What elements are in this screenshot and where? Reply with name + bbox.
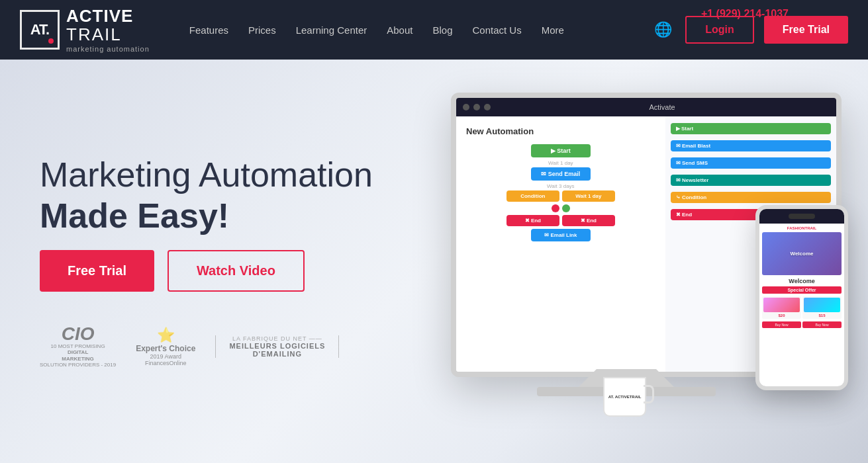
globe-icon[interactable]: 🌐 — [654, 21, 672, 38]
brand-active: ACTIVE — [66, 7, 150, 24]
cio-text: CIO — [62, 325, 95, 343]
logo-letters: AT. — [30, 21, 49, 38]
phone-offer: Special Offer — [762, 286, 842, 294]
monitor-btn-2 — [473, 104, 480, 110]
hero-title-line1: Marketing Automation — [40, 155, 373, 194]
brand-trail: TRAIL — [66, 24, 122, 44]
logo-area: AT. ACTIVETRAIL marketing automation — [20, 7, 150, 53]
phone-image: Welcome — [762, 232, 842, 275]
fabrique-top: LA FABRIQUE DU NET —— — [232, 335, 322, 342]
nav-learning[interactable]: Learning Center — [296, 24, 367, 36]
logo-dot — [48, 38, 54, 44]
fabrique-main: MEILLEURS LOGICIELSD'EMAILING — [229, 342, 325, 358]
product-img-2 — [804, 298, 840, 312]
hero-image-area: Activate New Automation ▶ Start Wait 1 d… — [431, 73, 868, 463]
rn-email-blast: ✉ Email Blast — [671, 140, 831, 151]
hero-section: Marketing Automation Made Easy! Free Tri… — [0, 60, 868, 463]
rn-newsletter: ✉ Newsletter — [671, 175, 831, 186]
phone-buttons: Buy Now Buy Now — [762, 321, 842, 328]
phone-product-1: $20 — [762, 296, 801, 319]
hero-buttons: Free Trial Watch Video — [40, 250, 373, 292]
flow-node-email: ✉ Send Email — [531, 167, 591, 181]
product-price-1: $20 — [763, 314, 800, 317]
phone-content: FASHIONTRAIL Welcome Welcome Special Off… — [759, 224, 844, 331]
watch-video-button[interactable]: Watch Video — [168, 250, 305, 292]
nav-features[interactable]: Features — [189, 24, 228, 36]
nav-contact[interactable]: Contact Us — [472, 24, 521, 36]
award-fabrique: LA FABRIQUE DU NET —— MEILLEURS LOGICIEL… — [215, 335, 339, 358]
monitor-title: Activate — [649, 103, 675, 111]
nav-more[interactable]: More — [542, 24, 564, 36]
phone: FASHIONTRAIL Welcome Welcome Special Off… — [755, 205, 848, 390]
hero-content: Marketing Automation Made Easy! Free Tri… — [0, 154, 373, 368]
hero-title-line2: Made Easy! — [40, 195, 373, 236]
mug-handle — [644, 385, 654, 403]
mug-body: AT. ACTIVETRAIL — [603, 377, 646, 417]
awards-area: CIO 10 MOST PROMISINGDIGITALMARKETINGSOL… — [40, 325, 373, 368]
hero-title: Marketing Automation Made Easy! — [40, 154, 373, 237]
logo-brand: ACTIVETRAIL marketing automation — [66, 7, 150, 53]
phone-number: +1 (929) 214-1037 — [701, 8, 789, 20]
rn-condition: ⤷ Condition — [671, 192, 831, 203]
phone-welcome: Welcome — [762, 278, 842, 284]
logo-box: AT. — [20, 10, 60, 50]
monitor-btn-3 — [484, 104, 491, 110]
flow-node-start: ▶ Start — [531, 144, 591, 157]
navbar: AT. ACTIVETRAIL marketing automation Fea… — [0, 0, 868, 60]
rn-start: ▶ Start — [671, 123, 831, 134]
nav-right: 🌐 Login Free Trial — [654, 16, 848, 44]
nav-blog[interactable]: Blog — [432, 24, 452, 36]
monitor-bar: Activate — [456, 98, 836, 116]
phone-products: $20 $15 — [762, 296, 842, 319]
award-cio: CIO 10 MOST PROMISINGDIGITALMARKETINGSOL… — [40, 325, 116, 368]
automation-title: New Automation — [466, 126, 655, 136]
phone-buy-btn-2: Buy Now — [802, 321, 842, 328]
product-img-1 — [763, 298, 800, 312]
phone-product-2: $15 — [802, 296, 842, 319]
free-trial-nav-button[interactable]: Free Trial — [764, 16, 848, 44]
phone-header — [759, 209, 844, 224]
experts-sub: 2019 AwardFinancesOnline — [145, 353, 187, 366]
monitor-left-panel: New Automation ▶ Start Wait 1 day ✉ Send… — [456, 116, 665, 372]
award-experts: ⭐ Expert's Choice 2019 AwardFinancesOnli… — [136, 327, 195, 366]
nav-prices[interactable]: Prices — [248, 24, 276, 36]
rn-sms: ✉ Send SMS — [671, 157, 831, 169]
phone-brand: FASHIONTRAIL — [762, 226, 842, 230]
product-price-2: $15 — [804, 314, 840, 317]
phone-buy-btn-1: Buy Now — [762, 321, 801, 328]
monitor-btn-1 — [463, 104, 469, 110]
mug-logo: AT. ACTIVETRAIL — [608, 395, 642, 399]
coffee-mug: AT. ACTIVETRAIL — [603, 377, 656, 430]
nav-links: Features Prices Learning Center About Bl… — [189, 24, 655, 36]
experts-title: Expert's Choice — [136, 344, 195, 353]
cio-subtext: 10 MOST PROMISINGDIGITALMARKETINGSOLUTIO… — [40, 343, 116, 368]
nav-about[interactable]: About — [387, 24, 412, 36]
brand-tagline: marketing automation — [66, 45, 150, 53]
phone-notch — [789, 214, 815, 219]
flow-node-email2: ✉ Email Link — [531, 229, 591, 241]
login-button[interactable]: Login — [685, 16, 754, 44]
free-trial-hero-button[interactable]: Free Trial — [40, 250, 154, 292]
